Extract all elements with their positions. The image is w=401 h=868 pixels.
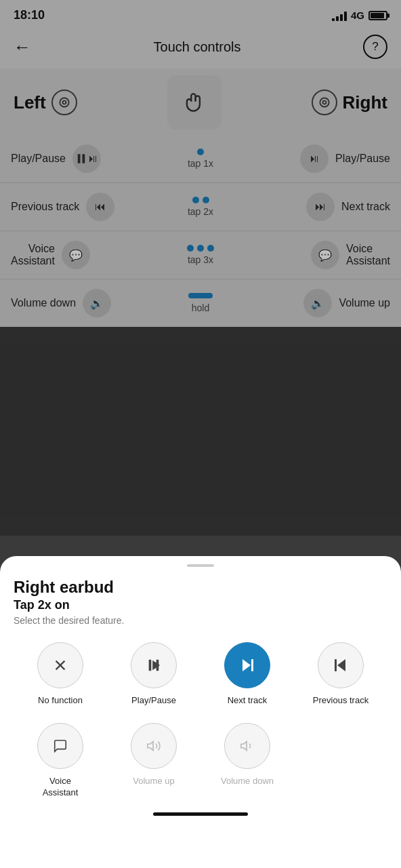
home-indicator bbox=[153, 812, 248, 816]
volume-down-label: Volume down bbox=[221, 776, 274, 787]
no-function-label: No function bbox=[38, 695, 83, 707]
voice-assistant-icon bbox=[37, 723, 83, 769]
sheet-description: Select the desired feature. bbox=[14, 615, 387, 626]
background-overlay bbox=[0, 0, 401, 536]
play-pause-label: Play/Pause bbox=[131, 695, 176, 707]
svg-marker-14 bbox=[337, 659, 345, 671]
option-next-track[interactable]: Next track bbox=[200, 642, 294, 707]
option-volume-down[interactable]: Volume down bbox=[200, 723, 294, 799]
bottom-sheet: Right earbud Tap 2x on Select the desire… bbox=[0, 556, 401, 868]
sheet-subtitle: Tap 2x on bbox=[14, 598, 387, 612]
prev-track-label: Previous track bbox=[313, 695, 368, 707]
svg-rect-13 bbox=[251, 659, 253, 671]
svg-marker-17 bbox=[241, 741, 247, 750]
svg-rect-9 bbox=[149, 660, 152, 671]
volume-up-label: Volume up bbox=[133, 776, 174, 787]
volume-down-icon bbox=[224, 723, 270, 769]
next-track-icon bbox=[224, 642, 270, 688]
no-function-icon bbox=[37, 642, 83, 688]
volume-up-icon bbox=[131, 723, 177, 769]
option-play-pause[interactable]: Play/Pause bbox=[107, 642, 200, 707]
svg-marker-16 bbox=[148, 741, 153, 750]
option-prev-track[interactable]: Previous track bbox=[294, 642, 387, 707]
voice-assistant-label: VoiceAssistant bbox=[43, 776, 79, 799]
play-pause-icon bbox=[131, 642, 177, 688]
sheet-handle bbox=[187, 564, 214, 567]
svg-rect-15 bbox=[335, 659, 337, 671]
prev-track-icon bbox=[318, 642, 364, 688]
svg-marker-12 bbox=[242, 659, 251, 671]
options-row-2: VoiceAssistant Volume up Volume down bbox=[14, 723, 387, 799]
option-no-function[interactable]: No function bbox=[14, 642, 107, 707]
option-volume-up[interactable]: Volume up bbox=[107, 723, 200, 799]
next-track-label: Next track bbox=[228, 695, 268, 707]
options-row-1: No function Play/Pause Next track bbox=[14, 642, 387, 707]
option-voice-assistant[interactable]: VoiceAssistant bbox=[14, 723, 107, 799]
sheet-title: Right earbud bbox=[14, 578, 387, 597]
